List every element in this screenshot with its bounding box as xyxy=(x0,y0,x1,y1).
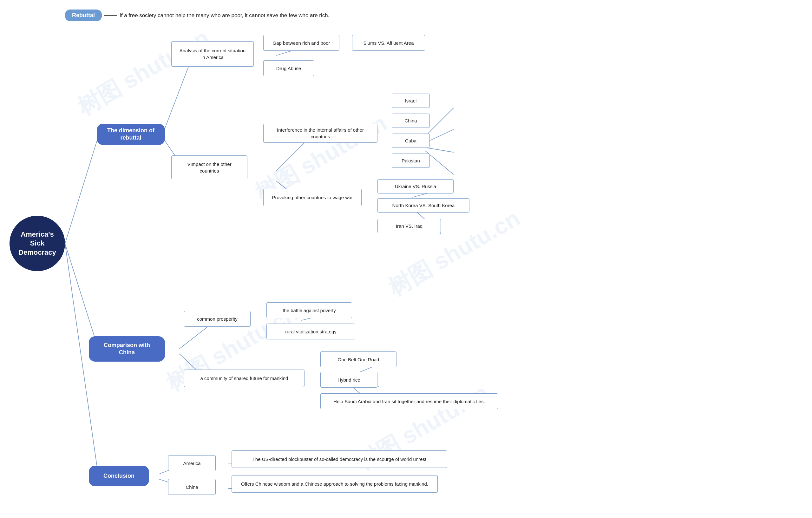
rebuttal-pill: Rebuttal xyxy=(65,9,102,21)
box-battle-poverty: the battle against poverty xyxy=(266,302,352,318)
rebuttal-line xyxy=(104,15,117,16)
box-america-text: The US-directed blockbuster of so-called… xyxy=(232,451,447,468)
america-text: The US-directed blockbuster of so-called… xyxy=(253,456,427,462)
box-gap-rich-poor: Gap between rich and poor xyxy=(263,35,339,51)
box-one-belt: One Belt One Road xyxy=(320,351,397,367)
gap-label: Gap between rich and poor xyxy=(273,40,330,46)
box-community-future: a community of shared future for mankind xyxy=(184,370,304,387)
rebuttal-top-area: Rebuttal If a free society cannot help t… xyxy=(65,9,329,21)
drug-label: Drug Abuse xyxy=(276,65,301,72)
israel-label: Israel xyxy=(405,97,417,104)
svg-line-11 xyxy=(425,147,454,152)
box-provoking: Provoking other countries to wage war xyxy=(263,189,361,206)
root-node: America's Sick Democracy xyxy=(9,216,65,271)
box-hybrid-rice: Hybrid rice xyxy=(320,372,377,387)
box-pakistan: Pakistan xyxy=(392,153,430,168)
china-leaf-label: China xyxy=(404,117,417,124)
box-israel: Israel xyxy=(392,93,430,108)
svg-line-1 xyxy=(65,243,98,349)
interference-label: Interference in the internal affairs of … xyxy=(267,126,373,140)
pakistan-label: Pakistan xyxy=(402,157,420,164)
svg-line-17 xyxy=(179,327,208,349)
china-text: Offers Chinese wisdom and a Chinese appr… xyxy=(241,481,428,487)
box-china-leaf: China xyxy=(392,114,430,128)
box-vimpact: VImpact on the other countries xyxy=(171,155,248,179)
branch2-label: Comparison with China xyxy=(104,342,150,356)
battle-poverty-label: the battle against poverty xyxy=(283,307,336,314)
iran-iraq-label: Iran VS. Iraq xyxy=(396,223,423,229)
box-northkorea: North Korea VS. South Korea xyxy=(377,198,469,212)
hybrid-rice-label: Hybrid rice xyxy=(338,376,360,383)
analysis-label: Analysis of the current situation in Ame… xyxy=(179,47,245,61)
branch3-label: Conclusion xyxy=(104,472,135,480)
box-ukraine: Ukraine VS. Russia xyxy=(377,179,454,194)
branch1-label: The dimension of rebuttal xyxy=(103,127,159,142)
america-sub-label: America xyxy=(183,460,200,467)
box-america-sub: America xyxy=(168,455,216,471)
help-saudi-label: Help Saudi Arabia and Iran sit together … xyxy=(334,398,485,405)
box-slums: Slums VS. Affluent Area xyxy=(352,35,425,51)
branch-conclusion: Conclusion xyxy=(89,466,149,486)
one-belt-label: One Belt One Road xyxy=(338,356,379,363)
china-sub-label: China xyxy=(185,484,198,490)
connector-svg xyxy=(0,0,812,518)
cuba-label: Cuba xyxy=(405,137,416,144)
community-future-label: a community of shared future for mankind xyxy=(200,375,288,382)
provoking-label: Provoking other countries to wage war xyxy=(272,194,353,201)
common-prosperity-label: common prosperity xyxy=(197,316,238,322)
svg-line-3 xyxy=(162,62,190,136)
box-common-prosperity: common prosperity xyxy=(184,311,251,327)
branch-comparison-china: Comparison with China xyxy=(89,336,165,362)
rural-vitalization-label: rural vitalization strategy xyxy=(285,328,337,335)
box-china-text: Offers Chinese wisdom and a Chinese appr… xyxy=(232,475,438,493)
branch-dimension-rebuttal: The dimension of rebuttal xyxy=(97,124,165,145)
box-cuba: Cuba xyxy=(392,134,430,148)
watermark-3: 树图 shutu.cn xyxy=(383,203,526,303)
rebuttal-text: If a free society cannot help the many w… xyxy=(120,12,329,19)
box-interference: Interference in the internal affairs of … xyxy=(263,124,377,143)
northkorea-label: North Korea VS. South Korea xyxy=(393,202,455,209)
box-drug-abuse: Drug Abuse xyxy=(263,60,314,76)
box-help-saudi: Help Saudi Arabia and Iran sit together … xyxy=(320,393,498,409)
box-iran-iraq: Iran VS. Iraq xyxy=(377,219,441,233)
watermark-1: 树图 shutu.cn xyxy=(72,22,215,122)
box-analysis: Analysis of the current situation in Ame… xyxy=(171,41,254,67)
svg-line-0 xyxy=(65,136,98,243)
root-label: America's Sick Democracy xyxy=(19,230,56,257)
box-rural-vitalization: rural vitalization strategy xyxy=(266,323,355,339)
svg-line-8 xyxy=(276,143,304,171)
vimpact-label: VImpact on the other countries xyxy=(187,161,231,174)
slums-label: Slums VS. Affluent Area xyxy=(364,40,414,46)
ukraine-label: Ukraine VS. Russia xyxy=(395,183,436,190)
box-china-sub: China xyxy=(168,479,216,495)
